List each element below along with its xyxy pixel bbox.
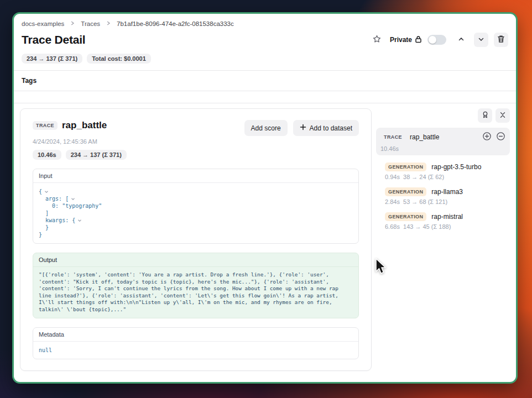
- generation-type-badge: GENERATION: [385, 187, 426, 196]
- token-usage-badge: 234 → 137 (Σ 371): [22, 54, 82, 64]
- previous-trace-button[interactable]: [454, 33, 468, 47]
- input-section: Input { args: [ 0: "typography" ] kwargs…: [33, 169, 359, 244]
- collapse-vertical-icon: [499, 111, 507, 121]
- collapse-chevron-icon[interactable]: [71, 197, 75, 201]
- add-score-button[interactable]: Add score: [244, 120, 288, 136]
- chevron-up-icon: [458, 36, 465, 44]
- breadcrumb-project[interactable]: docs-examples: [22, 20, 64, 27]
- desktop-wallpaper: docs-examples Traces 7b1af1be-8096-474e-…: [0, 0, 532, 398]
- json-line: ]: [39, 210, 49, 217]
- json-line: {: [39, 188, 42, 195]
- trace-type-badge: TRACE: [33, 121, 58, 130]
- tree-trace-name: rap_battle: [410, 133, 478, 141]
- metadata-section-label: Metadata: [33, 328, 358, 342]
- total-cost-badge: Total cost: $0.0001: [87, 54, 151, 64]
- generation-metrics: 2.84s 53 → 68 (Σ 121): [385, 198, 510, 205]
- input-section-label: Input: [33, 169, 358, 183]
- collapse-all-button[interactable]: [496, 108, 510, 123]
- trace-timestamp: 4/24/2024, 12:45:36 AM: [33, 138, 359, 145]
- add-to-dataset-button[interactable]: Add to dataset: [293, 120, 359, 136]
- output-section: Output "[{'role': 'system', 'content': '…: [33, 253, 359, 318]
- breadcrumb: docs-examples Traces 7b1af1be-8096-474e-…: [20, 19, 510, 27]
- collapse-tree-button[interactable]: [496, 132, 505, 143]
- breadcrumb-traces[interactable]: Traces: [81, 20, 100, 27]
- output-section-label: Output: [33, 253, 358, 267]
- collapse-chevron-icon[interactable]: [44, 190, 49, 194]
- tree-trace-latency: 10.46s: [380, 145, 505, 152]
- app-window: docs-examples Traces 7b1af1be-8096-474e-…: [12, 12, 518, 384]
- chevron-right-icon: [106, 20, 111, 27]
- metadata-section: Metadata null: [33, 327, 359, 359]
- json-line: kwargs: {: [39, 217, 75, 224]
- expand-all-button[interactable]: [482, 132, 492, 143]
- trash-icon: [497, 35, 505, 45]
- tree-node-trace[interactable]: TRACE rap_battle 10.46s: [376, 128, 510, 155]
- collapse-chevron-icon[interactable]: [77, 218, 82, 223]
- chevron-right-icon: [70, 20, 75, 27]
- lock-icon: [415, 35, 422, 45]
- tree-node-generation[interactable]: GENERATION rap-mistral 6.68s 143 → 45 (Σ…: [385, 212, 510, 230]
- input-json: { args: [ 0: "typography" ] kwargs: { } …: [33, 183, 358, 243]
- divider: [14, 70, 516, 71]
- award-icon: [481, 111, 489, 121]
- trace-preview-card: TRACE rap_battle Add score Add to datase…: [20, 108, 372, 371]
- circle-plus-icon: [482, 132, 492, 143]
- public-sharing-toggle[interactable]: [427, 35, 446, 45]
- divider: [14, 91, 516, 91]
- json-line: 0: "typography": [39, 202, 102, 210]
- breadcrumb-trace-id: 7b1af1be-8096-474e-a2fc-081538ca333c: [117, 20, 234, 27]
- observation-tree: TRACE rap_battle 10.46s GENERATION: [376, 108, 510, 371]
- tree-node-generation[interactable]: GENERATION rap-gpt-3.5-turbo 0.94s 38 → …: [385, 163, 510, 180]
- json-line: }: [39, 231, 42, 238]
- generation-name: rap-mistral: [431, 213, 463, 221]
- generation-metrics: 6.68s 143 → 45 (Σ 188): [385, 223, 510, 230]
- trace-latency-badge: 10.46s: [33, 150, 61, 160]
- delete-trace-button[interactable]: [494, 33, 508, 47]
- star-icon: [372, 34, 382, 45]
- next-trace-button[interactable]: [474, 33, 488, 47]
- generation-name: rap-gpt-3.5-turbo: [431, 163, 481, 171]
- add-to-dataset-label: Add to dataset: [310, 124, 352, 132]
- page-title: Trace Detail: [22, 33, 86, 46]
- tags-section-label: Tags: [22, 77, 508, 85]
- trace-name: rap_battle: [62, 120, 107, 131]
- privacy-label: Private: [390, 36, 412, 44]
- toggle-knob: [429, 36, 436, 44]
- generation-name: rap-llama3: [431, 188, 463, 196]
- output-text: "[{'role': 'system', 'content': 'You are…: [33, 267, 358, 318]
- trace-token-badge: 234 → 137 (Σ 371): [66, 150, 127, 160]
- circle-minus-icon: [496, 132, 505, 143]
- tree-node-generation[interactable]: GENERATION rap-llama3 2.84s 53 → 68 (Σ 1…: [385, 187, 510, 205]
- chevron-down-icon: [478, 36, 484, 44]
- generation-type-badge: GENERATION: [385, 163, 426, 171]
- bookmark-star-button[interactable]: [370, 33, 384, 47]
- generation-type-badge: GENERATION: [385, 212, 426, 221]
- json-line: }: [39, 224, 49, 231]
- metadata-value: null: [33, 342, 358, 359]
- annotate-button[interactable]: [478, 108, 492, 123]
- plus-icon: [300, 124, 306, 132]
- generation-metrics: 0.94s 38 → 24 (Σ 62): [385, 174, 510, 180]
- json-line: args: [: [39, 195, 69, 202]
- trace-type-badge: TRACE: [380, 133, 405, 142]
